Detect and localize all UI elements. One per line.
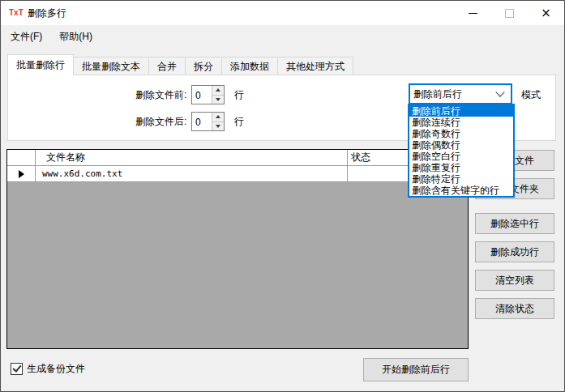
dropdown-item[interactable]: 删除前后行 — [409, 105, 513, 117]
current-row-marker-icon — [19, 170, 24, 178]
mode-caption: 模式 — [521, 88, 541, 102]
dropdown-item[interactable]: 删除特定行 — [409, 173, 513, 185]
triangle-up-icon — [216, 115, 220, 118]
mode-combobox-value: 删除前后行 — [410, 87, 497, 101]
backup-checkbox-label: 生成备份文件 — [27, 362, 85, 376]
delete-after-unit: 行 — [234, 115, 244, 129]
clear-list-button[interactable]: 清空列表 — [475, 270, 554, 291]
dropdown-item[interactable]: 删除空白行 — [409, 151, 513, 162]
window-title: 删除多行 — [28, 6, 66, 20]
delete-after-spin-buttons — [212, 113, 224, 130]
close-icon: × — [541, 7, 551, 19]
menu-bar: 文件(F) 帮助(H) — [1, 25, 564, 48]
start-delete-button[interactable]: 开始删除前后行 — [363, 358, 469, 381]
dropdown-item[interactable]: 删除重复行 — [409, 162, 513, 173]
delete-before-unit: 行 — [234, 88, 244, 102]
delete-selected-row-button[interactable]: 删除选中行 — [475, 213, 554, 234]
backup-checkbox-wrap: 生成备份文件 — [11, 362, 85, 376]
grid-row[interactable]: www.x6d.com.txt — [7, 166, 468, 182]
file-grid: 文件名称 状态 www.x6d.com.txt — [6, 149, 469, 349]
delete-before-spin-buttons — [212, 86, 224, 104]
dropdown-item[interactable]: 删除连续行 — [409, 117, 513, 128]
title-bar: TxT 删除多行 × — [1, 1, 564, 25]
delete-before-label: 删除文件前: — [135, 88, 186, 102]
tab-split[interactable]: 拆分 — [186, 57, 222, 75]
spin-up-button[interactable] — [212, 113, 224, 122]
app-logo-icon: TxT — [9, 8, 24, 17]
grid-header-row: 文件名称 状态 — [7, 150, 468, 166]
app-window: TxT 删除多行 × 文件(F) 帮助(H) 批量删除行 批量删除文本 合并 拆… — [0, 0, 565, 392]
tab-batch-delete-text[interactable]: 批量删除文本 — [74, 57, 149, 75]
grid-header-filename[interactable]: 文件名称 — [36, 150, 348, 166]
dropdown-item[interactable]: 删除偶数行 — [409, 139, 513, 151]
delete-success-rows-button[interactable]: 删除成功行 — [475, 241, 554, 262]
menu-file[interactable]: 文件(F) — [3, 26, 49, 48]
spin-up-button[interactable] — [212, 86, 224, 96]
window-controls: × — [455, 1, 564, 25]
tab-other-methods[interactable]: 其他处理方式 — [278, 57, 353, 75]
dropdown-item[interactable]: 删除含有关键字的行 — [409, 185, 513, 196]
tab-add-data[interactable]: 添加数据 — [222, 57, 278, 75]
minimize-icon — [469, 13, 477, 14]
spin-down-button[interactable] — [212, 122, 224, 131]
chevron-down-icon — [495, 87, 504, 96]
tab-batch-delete-lines[interactable]: 批量删除行 — [7, 54, 74, 75]
dropdown-item[interactable]: 删除奇数行 — [409, 128, 513, 139]
delete-after-input[interactable] — [192, 113, 212, 130]
triangle-down-icon — [216, 125, 220, 128]
menu-help[interactable]: 帮助(H) — [52, 26, 100, 48]
current-row-cell — [7, 166, 36, 182]
maximize-icon — [505, 9, 514, 18]
backup-checkbox[interactable] — [11, 363, 23, 375]
grid-cell-filename[interactable]: www.x6d.com.txt — [36, 166, 348, 182]
grid-header-rowmarker — [7, 150, 36, 166]
delete-after-spinner — [191, 112, 225, 131]
minimize-button[interactable] — [455, 1, 491, 25]
tab-strip: 批量删除行 批量删除文本 合并 拆分 添加数据 其他处理方式 — [7, 54, 353, 75]
maximize-button[interactable] — [491, 1, 528, 25]
mode-dropdown-list: 删除前后行 删除连续行 删除奇数行 删除偶数行 删除空白行 删除重复行 删除特定… — [408, 104, 515, 198]
tab-merge[interactable]: 合并 — [149, 57, 186, 75]
spin-down-button[interactable] — [212, 96, 224, 104]
close-button[interactable]: × — [528, 1, 564, 25]
triangle-down-icon — [216, 98, 220, 101]
delete-before-spinner — [191, 85, 225, 104]
delete-before-input[interactable] — [192, 86, 212, 104]
mode-combobox[interactable]: 删除前后行 — [409, 83, 512, 104]
clear-status-button[interactable]: 清除状态 — [475, 298, 554, 319]
check-icon — [12, 363, 21, 373]
triangle-up-icon — [216, 88, 220, 92]
delete-after-label: 删除文件后: — [135, 115, 186, 129]
